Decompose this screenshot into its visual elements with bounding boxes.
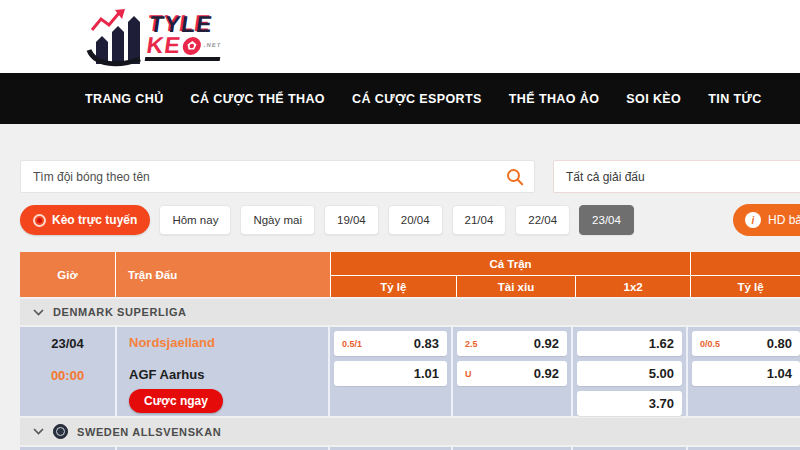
column-header-1x2: 1x2: [575, 276, 690, 297]
group-header-full-match: Cả Trận: [331, 252, 690, 275]
chevron-down-icon[interactable]: [33, 428, 44, 435]
logo-suffix: .NET: [202, 35, 223, 56]
info-icon: i: [745, 212, 761, 228]
date-button-tomorrow[interactable]: Ngày mai: [240, 205, 315, 235]
odds-value: 1.62: [649, 336, 674, 351]
odds-box-handicap-home[interactable]: 0.5/1 0.83: [334, 331, 447, 356]
column-header-match: Trận Đấu: [115, 252, 330, 297]
odds-box-handicap2-away[interactable]: 1.04: [692, 361, 800, 386]
team-search-input[interactable]: [21, 161, 506, 192]
section-title: SWEDEN ALLSVENSKAN: [77, 426, 221, 438]
handicap-line: 0.5/1: [342, 339, 362, 349]
search-icon[interactable]: [506, 168, 524, 186]
league-logo-icon: [53, 424, 68, 439]
section-sweden-allsvenskan[interactable]: SWEDEN ALLSVENSKAN: [20, 418, 800, 445]
league-filter-value: Tất cả giải đấu: [566, 170, 645, 184]
handicap-2-odds-cell: 0/0.5 0.80 1.04: [686, 327, 800, 416]
match-date: 23/04: [20, 336, 115, 351]
page: TYLE KE .NET TRANG CHỦ CÁ CƯỢC THỂ THAO …: [0, 0, 800, 450]
match-row: 23/04 00:00 Nordsjaelland AGF Aarhus Cượ…: [20, 327, 800, 416]
odds-value: 0.80: [767, 336, 792, 351]
odds-box-handicap2-home[interactable]: 0/0.5 0.80: [692, 331, 800, 356]
league-filter-select[interactable]: Tất cả giải đấu: [553, 160, 800, 193]
date-button-19-04[interactable]: 19/04: [324, 205, 379, 235]
hd-guide-button[interactable]: i HD bả: [733, 204, 800, 236]
nav-item-odds-analysis[interactable]: SOI KÈO: [626, 92, 681, 106]
date-button-21-04[interactable]: 21/04: [452, 205, 507, 235]
nav-item-sports-betting[interactable]: CÁ CƯỢC THỂ THAO: [191, 92, 325, 106]
column-header-handicap-2: Tỷ lệ: [691, 275, 800, 297]
column-group-second-half: Tỷ lệ: [690, 252, 800, 297]
match-teams-cell: Nordsjaelland AGF Aarhus Cược ngay: [115, 327, 328, 416]
odds-value: 0.92: [534, 366, 559, 381]
odds-box-handicap-away[interactable]: 1.01: [334, 361, 447, 386]
section-title: DENMARK SUPERLIGA: [53, 306, 187, 318]
section-denmark-superliga[interactable]: DENMARK SUPERLIGA: [20, 299, 800, 325]
live-icon: [33, 214, 46, 227]
site-header: TYLE KE .NET: [0, 0, 800, 73]
logo-text: TYLE KE .NET: [145, 14, 226, 61]
date-button-20-04[interactable]: 20/04: [388, 205, 443, 235]
column-header-handicap: Tỷ lệ: [331, 276, 456, 297]
column-header-over-under: Tài xỉu: [456, 276, 576, 297]
odds-box-away-win[interactable]: 5.00: [577, 361, 682, 386]
odds-value: 0.83: [414, 336, 439, 351]
1x2-odds-cell: 1.62 5.00 3.70: [571, 327, 686, 416]
over-under-odds-cell: 2.5 0.92 U 0.92: [451, 327, 571, 416]
total-line: 2.5: [465, 339, 478, 349]
date-button-23-04-selected[interactable]: 23/04: [579, 205, 634, 235]
live-odds-button[interactable]: Kèo trực tuyến: [20, 205, 150, 235]
date-filter-row: Kèo trực tuyến Hôm nay Ngày mai 19/04 20…: [20, 205, 634, 235]
bet-now-button[interactable]: Cược ngay: [129, 389, 223, 413]
odds-box-over[interactable]: 2.5 0.92: [457, 331, 567, 356]
site-logo[interactable]: TYLE KE .NET: [86, 5, 223, 69]
odds-value: 5.00: [649, 366, 674, 381]
odds-box-home-win[interactable]: 1.62: [577, 331, 682, 356]
odds-value: 1.04: [767, 366, 792, 381]
odds-box-under[interactable]: U 0.92: [457, 361, 567, 386]
logo-title-bottom: KE .NET: [145, 35, 223, 61]
team-search-box: [20, 160, 535, 193]
chart-bars-icon: [86, 6, 144, 68]
column-header-time: Giờ: [20, 252, 115, 297]
handicap-odds-cell: 0.5/1 0.83 1.01: [328, 327, 451, 416]
chevron-down-icon[interactable]: [33, 309, 44, 316]
column-group-full-match: Cả Trận Tỷ lệ Tài xỉu 1x2: [330, 252, 690, 297]
handicap-line: 0/0.5: [700, 339, 720, 349]
date-button-today[interactable]: Hôm nay: [159, 205, 231, 235]
nav-item-home[interactable]: TRANG CHỦ: [85, 92, 164, 106]
soccer-ball-icon: [180, 35, 203, 55]
odds-box-draw[interactable]: 3.70: [577, 391, 682, 416]
odds-value: 0.92: [534, 336, 559, 351]
home-team-name[interactable]: Nordsjaelland: [129, 335, 215, 350]
group-header-second: [691, 252, 800, 275]
date-button-22-04[interactable]: 22/04: [515, 205, 570, 235]
odds-value: 3.70: [649, 396, 674, 411]
odds-table-header: Giờ Trận Đấu Cả Trận Tỷ lệ Tài xỉu 1x2 T…: [20, 252, 800, 297]
main-nav: TRANG CHỦ CÁ CƯỢC THỂ THAO CÁ CƯỢC ESPOR…: [0, 73, 800, 124]
match-time-cell: 23/04 00:00: [20, 327, 115, 416]
away-team-name[interactable]: AGF Aarhus: [129, 367, 204, 382]
nav-item-virtual-sports[interactable]: THỂ THAO ẢO: [509, 92, 600, 106]
odds-value: 1.01: [414, 366, 439, 381]
nav-item-news[interactable]: TIN TỨC: [708, 92, 761, 106]
nav-item-esports-betting[interactable]: CÁ CƯỢC ESPORTS: [352, 92, 482, 106]
match-kickoff-time: 00:00: [20, 368, 115, 383]
under-line: U: [465, 369, 472, 379]
